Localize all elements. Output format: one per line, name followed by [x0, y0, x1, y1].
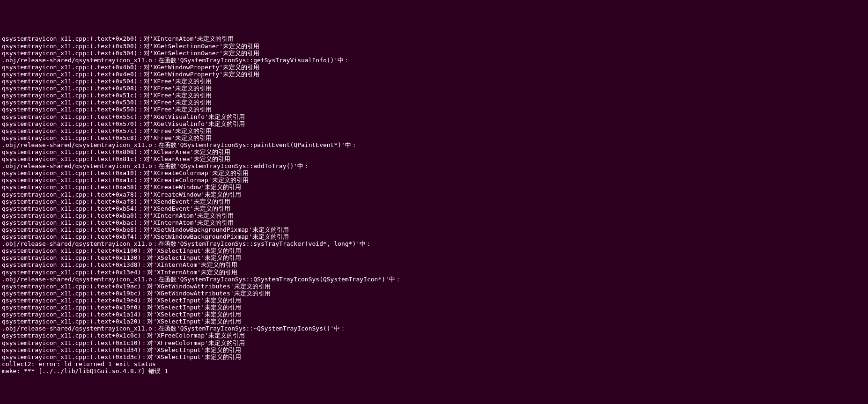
- terminal-line: qsystemtrayicon_x11.cpp:(.text+0x508)：对'…: [2, 85, 866, 92]
- terminal-line: make: *** [../../lib/libQtGui.so.4.8.7] …: [2, 367, 866, 375]
- terminal-line: collect2: error: ld returned 1 exit stat…: [2, 360, 866, 367]
- terminal-line: qsystemtrayicon_x11.cpp:(.text+0x1d3c)：对…: [2, 353, 866, 360]
- terminal-line: qsystemtrayicon_x11.cpp:(.text+0xa38)：对'…: [2, 184, 866, 191]
- terminal-line: .obj/release-shared/qsystemtrayicon_x11.…: [2, 57, 866, 64]
- terminal-line: .obj/release-shared/qsystemtrayicon_x11.…: [2, 240, 866, 247]
- terminal-line: qsystemtrayicon_x11.cpp:(.text+0x1c0c)：对…: [2, 332, 866, 339]
- terminal-line: qsystemtrayicon_x11.cpp:(.text+0x19bc)：对…: [2, 290, 866, 297]
- terminal-line: qsystemtrayicon_x11.cpp:(.text+0xa78)：对'…: [2, 191, 866, 198]
- terminal-line: qsystemtrayicon_x11.cpp:(.text+0x530)：对'…: [2, 99, 866, 106]
- terminal-line: qsystemtrayicon_x11.cpp:(.text+0x1a14)：对…: [2, 311, 866, 318]
- terminal-line: qsystemtrayicon_x11.cpp:(.text+0x1d34)：对…: [2, 346, 866, 353]
- terminal-line: .obj/release-shared/qsystemtrayicon_x11.…: [2, 276, 866, 283]
- terminal-line: qsystemtrayicon_x11.cpp:(.text+0x51c)：对'…: [2, 92, 866, 99]
- terminal-line: qsystemtrayicon_x11.cpp:(.text+0x504)：对'…: [2, 78, 866, 85]
- terminal-line: qsystemtrayicon_x11.cpp:(.text+0x13d8)：对…: [2, 261, 866, 268]
- terminal-line: qsystemtrayicon_x11.cpp:(.text+0x19ac)：对…: [2, 283, 866, 290]
- terminal-line: qsystemtrayicon_x11.cpp:(.text+0x2b0)：对'…: [2, 35, 866, 42]
- terminal-line: qsystemtrayicon_x11.cpp:(.text+0x57c)：对'…: [2, 127, 866, 134]
- terminal-line: qsystemtrayicon_x11.cpp:(.text+0xa10)：对'…: [2, 169, 866, 176]
- terminal-line: qsystemtrayicon_x11.cpp:(.text+0x1c10)：对…: [2, 339, 866, 346]
- terminal-line: qsystemtrayicon_x11.cpp:(.text+0x1130)：对…: [2, 254, 866, 261]
- terminal-line: qsystemtrayicon_x11.cpp:(.text+0x5c8)：对'…: [2, 134, 866, 141]
- terminal-line: qsystemtrayicon_x11.cpp:(.text+0x1a20)：对…: [2, 318, 866, 325]
- terminal-line: qsystemtrayicon_x11.cpp:(.text+0x570)：对'…: [2, 120, 866, 127]
- terminal-line: qsystemtrayicon_x11.cpp:(.text+0x1100)：对…: [2, 247, 866, 254]
- terminal-line: qsystemtrayicon_x11.cpp:(.text+0xaf8)：对'…: [2, 198, 866, 205]
- terminal-output[interactable]: qsystemtrayicon_x11.cpp:(.text+0x2b0)：对'…: [0, 35, 868, 375]
- terminal-line: .obj/release-shared/qsystemtrayicon_x11.…: [2, 141, 866, 148]
- terminal-line: qsystemtrayicon_x11.cpp:(.text+0x300)：对'…: [2, 43, 866, 50]
- terminal-line: qsystemtrayicon_x11.cpp:(.text+0xa1c)：对'…: [2, 176, 866, 184]
- terminal-line: qsystemtrayicon_x11.cpp:(.text+0x550)：对'…: [2, 106, 866, 113]
- terminal-line: qsystemtrayicon_x11.cpp:(.text+0x304)：对'…: [2, 50, 866, 57]
- terminal-line: qsystemtrayicon_x11.cpp:(.text+0xbe8)：对'…: [2, 226, 866, 233]
- terminal-line: qsystemtrayicon_x11.cpp:(.text+0x19e4)：对…: [2, 297, 866, 304]
- terminal-line: .obj/release-shared/qsystemtrayicon_x11.…: [2, 162, 866, 169]
- terminal-line: qsystemtrayicon_x11.cpp:(.text+0x4b0)：对'…: [2, 64, 866, 71]
- terminal-line: qsystemtrayicon_x11.cpp:(.text+0xb54)：对'…: [2, 205, 866, 212]
- terminal-line: qsystemtrayicon_x11.cpp:(.text+0x81c)：对'…: [2, 155, 866, 162]
- terminal-line: qsystemtrayicon_x11.cpp:(.text+0x19f0)：对…: [2, 304, 866, 311]
- terminal-line: qsystemtrayicon_x11.cpp:(.text+0xba0)：对'…: [2, 212, 866, 219]
- terminal-line: qsystemtrayicon_x11.cpp:(.text+0xbf4)：对'…: [2, 233, 866, 240]
- terminal-line: qsystemtrayicon_x11.cpp:(.text+0x808)：对'…: [2, 148, 866, 155]
- terminal-line: .obj/release-shared/qsystemtrayicon_x11.…: [2, 325, 866, 332]
- terminal-line: qsystemtrayicon_x11.cpp:(.text+0x4e0)：对'…: [2, 71, 866, 78]
- terminal-line: qsystemtrayicon_x11.cpp:(.text+0xbac)：对'…: [2, 219, 866, 226]
- terminal-line: qsystemtrayicon_x11.cpp:(.text+0x13e4)：对…: [2, 269, 866, 276]
- terminal-line: qsystemtrayicon_x11.cpp:(.text+0x55c)：对'…: [2, 113, 866, 120]
